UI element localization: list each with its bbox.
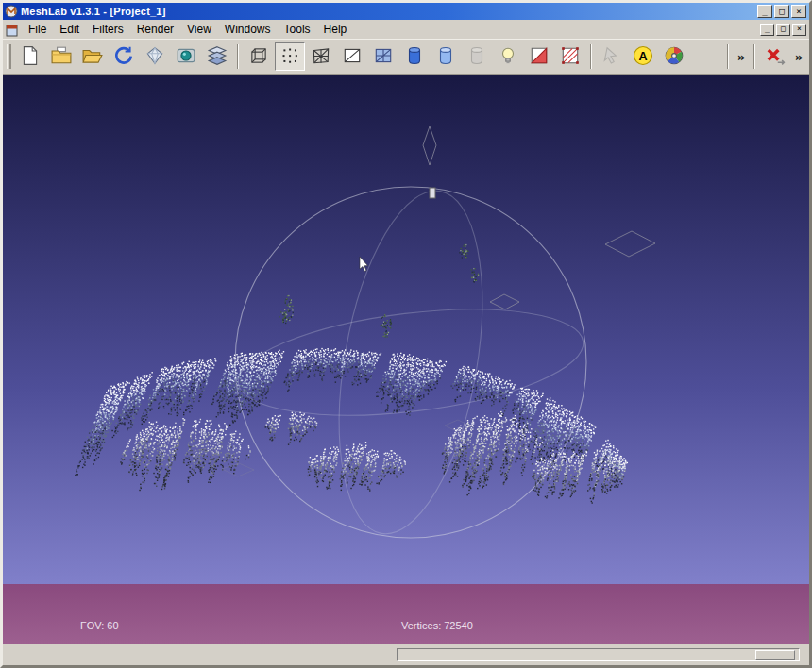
render-light-icon: [498, 45, 518, 69]
overflow-chevron-icon: »: [795, 50, 803, 64]
select-faces-button[interactable]: [524, 42, 554, 71]
render-smooth-button[interactable]: [431, 42, 461, 71]
render-points-button[interactable]: [275, 42, 305, 71]
new-project-icon: [20, 45, 41, 69]
menubar: FileEditFiltersRenderViewWindowsToolsHel…: [3, 20, 809, 39]
render-bbox-icon: [248, 45, 269, 69]
render-flat-lines-icon: [373, 45, 394, 69]
mdi-minimize-button[interactable]: _: [760, 24, 774, 36]
render-bbox-button[interactable]: [244, 42, 274, 71]
vertices-stat: Vertices: 72540: [401, 619, 478, 633]
layer-slider-thumb[interactable]: [755, 650, 795, 660]
select-vertices-icon: [560, 45, 581, 69]
maximize-button[interactable]: □: [774, 5, 789, 18]
project-window-icon: [6, 24, 18, 36]
reload-mesh-button[interactable]: [109, 42, 139, 71]
render-wireframe-icon: [311, 45, 331, 69]
render-points-icon: [279, 45, 300, 69]
env-map-icon: [664, 45, 685, 69]
snapshot-icon: [176, 45, 196, 69]
env-map-button[interactable]: [659, 42, 689, 71]
menu-tools[interactable]: Tools: [278, 21, 317, 38]
snapshot-button[interactable]: [171, 42, 201, 71]
open-project-button[interactable]: [46, 42, 76, 71]
meshlab-window: MeshLab v1.3.1 - [Project_1] _ □ × FileE…: [0, 0, 812, 668]
open-project-icon: [51, 45, 72, 69]
menu-edit[interactable]: Edit: [53, 21, 86, 38]
minimize-button[interactable]: _: [757, 5, 772, 18]
menu-filters[interactable]: Filters: [86, 21, 130, 38]
toolbar-grip[interactable]: [7, 44, 11, 69]
export-mesh-icon: [144, 45, 165, 69]
overflow-chevron-icon: »: [737, 50, 745, 64]
toolbar-separator: [753, 44, 755, 69]
render-flat-icon: [404, 45, 425, 69]
render-texture-button: [462, 42, 492, 71]
main-toolbar: A»»: [3, 39, 809, 75]
render-hidden-lines-icon: [342, 45, 363, 69]
manipulate-mesh-icon: [601, 45, 622, 69]
show-layers-icon: [207, 45, 228, 69]
render-flat-lines-button[interactable]: [368, 42, 398, 71]
import-mesh-icon: [82, 45, 103, 69]
show-labels-icon: A: [633, 45, 653, 69]
status-strip: [3, 644, 809, 665]
close-button[interactable]: ×: [791, 5, 806, 18]
window-title: MeshLab v1.3.1 - [Project_1]: [21, 6, 754, 17]
fov-stat: FOV: 60: [80, 619, 129, 633]
menu-view[interactable]: View: [180, 21, 218, 38]
delete-mesh-icon: [765, 45, 786, 69]
new-project-button[interactable]: [15, 42, 45, 71]
3d-viewport[interactable]: FOV: 60 FPS: 31.9 Vertices: 72540 Faces:…: [3, 75, 809, 644]
toolbar-separator: [237, 44, 239, 69]
3d-viewport-canvas[interactable]: [3, 75, 809, 584]
toolbar-separator: [727, 44, 729, 69]
toolbar-overflow-button[interactable]: »: [734, 42, 749, 71]
menu-file[interactable]: File: [22, 21, 53, 38]
manipulate-mesh-button: [597, 42, 627, 71]
toolbar-overflow-2-button[interactable]: »: [791, 42, 806, 71]
render-smooth-icon: [435, 45, 456, 69]
toolbar-separator: [590, 44, 592, 69]
show-labels-button[interactable]: A: [628, 42, 658, 71]
render-flat-button[interactable]: [399, 42, 430, 71]
stats-bar: FOV: 60 FPS: 31.9 Vertices: 72540 Faces:…: [3, 584, 809, 644]
reload-mesh-icon: [113, 45, 134, 69]
menu-help[interactable]: Help: [317, 21, 354, 38]
select-faces-icon: [529, 45, 550, 69]
show-layers-button[interactable]: [202, 42, 232, 71]
import-mesh-button[interactable]: [77, 42, 108, 71]
menu-windows[interactable]: Windows: [218, 21, 278, 38]
select-vertices-button[interactable]: [555, 42, 585, 71]
svg-text:A: A: [638, 49, 647, 62]
render-texture-icon: [466, 45, 487, 69]
meshlab-logo-icon: [5, 5, 18, 18]
render-wireframe-button[interactable]: [306, 42, 336, 71]
render-light-button[interactable]: [493, 42, 523, 71]
delete-mesh-button[interactable]: [760, 42, 790, 71]
menu-render[interactable]: Render: [130, 21, 180, 38]
titlebar[interactable]: MeshLab v1.3.1 - [Project_1] _ □ ×: [3, 3, 809, 20]
layer-slider-track[interactable]: [397, 648, 800, 661]
mdi-close-button[interactable]: ×: [792, 24, 806, 36]
mdi-restore-button[interactable]: □: [776, 24, 790, 36]
export-mesh-button[interactable]: [140, 42, 170, 71]
render-hidden-lines-button[interactable]: [337, 42, 367, 71]
